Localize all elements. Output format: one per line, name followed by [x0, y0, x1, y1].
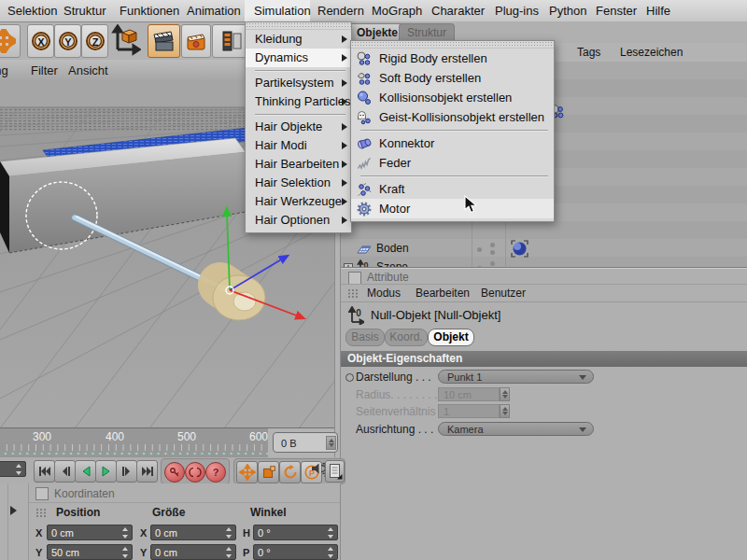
pos-y-field[interactable]: [47, 544, 133, 560]
angle-h-field[interactable]: [253, 525, 338, 540]
menu-item-partikelsystem[interactable]: Partikelsystem: [246, 74, 351, 92]
attr-panel-checkbox[interactable]: [348, 272, 361, 285]
menu-item-hair-selektion[interactable]: Hair Selektion: [246, 174, 351, 192]
menu-item-hair-optionen[interactable]: Hair Optionen: [246, 211, 351, 230]
attr-tab-koord[interactable]: Koord.: [385, 329, 428, 346]
menu-animation[interactable]: Animation: [187, 0, 241, 21]
autokeying-button[interactable]: [185, 462, 205, 483]
keying-options-button[interactable]: [325, 460, 345, 483]
menu-item-geist-kollisionsobjekt-erstellen[interactable]: Geist-Kollisionsobjekt erstellen: [351, 107, 554, 127]
menu-mograph[interactable]: MoGraph: [372, 0, 422, 21]
next-frame-button[interactable]: [116, 460, 137, 483]
menu-tearoff-strip[interactable]: [351, 41, 554, 49]
size-x-input[interactable]: [155, 525, 214, 539]
goto-start-button[interactable]: [34, 460, 55, 483]
menu-fenster[interactable]: Fenster: [596, 0, 637, 21]
menu-plugins[interactable]: Plug-ins: [495, 0, 539, 21]
animation-dot[interactable]: [345, 373, 354, 382]
menu-item-hair-werkzeuge[interactable]: Hair Werkzeuge: [246, 192, 351, 211]
pos-x-input[interactable]: [51, 525, 110, 539]
menu-python[interactable]: Python: [549, 0, 586, 21]
panel-expand-arrow[interactable]: [10, 506, 17, 515]
menu-selektion[interactable]: Selektion: [7, 0, 57, 21]
size-x-stepper[interactable]: [224, 526, 234, 539]
radius-stepper[interactable]: [500, 387, 510, 401]
darstellung-dropdown[interactable]: Punkt 1: [438, 370, 594, 384]
size-y-field[interactable]: [150, 544, 236, 560]
menu-item-thinking-particles[interactable]: Thinking Particles: [246, 92, 351, 111]
y-axis-lock-button[interactable]: Y: [54, 24, 81, 58]
menu-funktionen[interactable]: Funktionen: [120, 0, 179, 21]
radius-field[interactable]: 10 cm: [438, 387, 500, 401]
record-position-button[interactable]: [236, 461, 258, 483]
om-menu-tags[interactable]: Tags: [577, 43, 600, 62]
menu-hilfe[interactable]: Hilfe: [646, 0, 670, 21]
ausrichtung-dropdown[interactable]: Kamera: [438, 422, 594, 436]
size-y-stepper[interactable]: [224, 546, 234, 558]
menu-item-soft-body-erstellen[interactable]: Soft Body erstellen: [351, 68, 554, 88]
section-objekt-eigenschaften[interactable]: Objekt-Eigenschaften: [341, 351, 747, 367]
tab-struktur[interactable]: Struktur: [399, 23, 455, 42]
menu-tearoff-strip[interactable]: [246, 22, 351, 30]
size-x-field[interactable]: [150, 525, 236, 540]
angle-p-field[interactable]: [253, 544, 338, 560]
attr-tab-basis[interactable]: Basis: [345, 329, 385, 346]
play-forwards-button[interactable]: [95, 460, 117, 483]
seitenverhaeltnis-field[interactable]: 1: [438, 404, 500, 418]
angle-p-input[interactable]: [258, 545, 316, 559]
render-view-button[interactable]: [148, 24, 180, 58]
editor-visibility-dot[interactable]: [490, 261, 495, 266]
timeline-ruler[interactable]: 300 400 500 600: [0, 428, 268, 458]
size-y-input[interactable]: [155, 545, 214, 559]
panel-grip-icon[interactable]: [347, 288, 359, 298]
goto-end-button[interactable]: [136, 460, 158, 483]
attr-menu-modus[interactable]: Modus: [367, 285, 401, 301]
record-scale-button[interactable]: [258, 461, 279, 483]
menu-item-kollisionsobjekt-erstellen[interactable]: Kollisionsobjekt erstellen: [351, 88, 554, 107]
z-axis-lock-button[interactable]: Z: [81, 24, 108, 58]
move-tool-button[interactable]: [0, 24, 21, 58]
visibility-dot[interactable]: [477, 247, 482, 252]
angle-h-stepper[interactable]: [326, 526, 336, 539]
render-settings-button[interactable]: [181, 24, 211, 58]
current-frame-field[interactable]: 0 B: [273, 432, 338, 453]
menu-item-kleidung[interactable]: Kleidung: [246, 30, 351, 49]
menu-item-rigid-body-erstellen[interactable]: Rigid Body erstellen: [351, 49, 554, 68]
attr-menu-bearbeiten[interactable]: Bearbeiten: [416, 285, 470, 301]
editor-visibility-dot[interactable]: [490, 243, 495, 247]
viewport-menu-darstellung[interactable]: Darstellung: [0, 60, 8, 81]
keyframe-selection-button[interactable]: ?: [205, 462, 226, 483]
render-visibility-dot[interactable]: [490, 250, 495, 255]
cylinder-object[interactable]: [213, 275, 265, 320]
partial-value-field[interactable]: [0, 461, 26, 477]
attr-tab-objekt[interactable]: Objekt: [428, 329, 474, 346]
pos-y-stepper[interactable]: [120, 546, 131, 558]
menu-rendern[interactable]: Rendern: [317, 0, 364, 21]
viewport-menu-ansicht[interactable]: Ansicht: [68, 60, 108, 81]
menu-item-kraft[interactable]: Kraft: [351, 179, 554, 199]
field-stepper[interactable]: [14, 463, 24, 475]
pos-y-input[interactable]: [51, 545, 110, 559]
angle-h-input[interactable]: [258, 525, 316, 539]
angle-p-stepper[interactable]: [326, 546, 336, 558]
menu-item-konnektor[interactable]: Konnektor: [351, 133, 554, 153]
pos-x-stepper[interactable]: [120, 526, 131, 539]
menu-item-feder[interactable]: Feder: [351, 153, 554, 173]
panel-grip-icon[interactable]: [35, 508, 47, 517]
menu-item-motor[interactable]: Motor: [351, 199, 554, 218]
attr-menu-benutzer[interactable]: Benutzer: [481, 285, 526, 301]
x-axis-lock-button[interactable]: X: [27, 24, 54, 58]
record-rotation-button[interactable]: [279, 461, 301, 483]
menu-item-dynamics[interactable]: Dynamics: [246, 49, 351, 67]
menu-item-hair-bearbeiten[interactable]: Hair Bearbeiten: [246, 155, 351, 174]
rigid-body-tag-icon[interactable]: [511, 240, 529, 258]
pos-x-field[interactable]: [47, 525, 133, 540]
object-label-boden[interactable]: Boden: [376, 242, 409, 255]
menu-struktur[interactable]: Struktur: [63, 0, 106, 21]
tab-objekte[interactable]: Objekte: [348, 23, 406, 42]
seitenverhaeltnis-stepper[interactable]: [500, 404, 510, 418]
record-keyframe-button[interactable]: [164, 462, 185, 483]
frame-stepper[interactable]: [326, 436, 336, 450]
object-row-boden[interactable]: Boden: [341, 240, 747, 259]
coordinate-system-button[interactable]: [109, 24, 141, 56]
